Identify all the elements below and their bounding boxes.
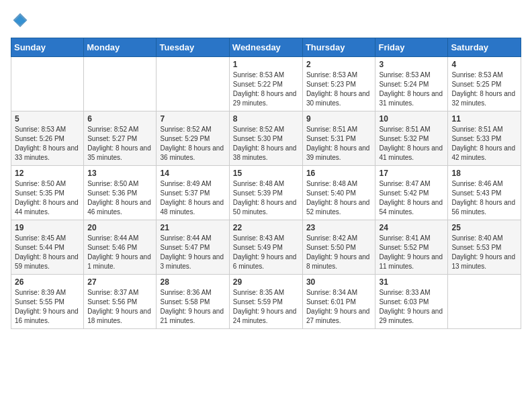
day-number: 19: [15, 223, 80, 232]
calendar-week-3: 12Sunrise: 8:50 AM Sunset: 5:35 PM Dayli…: [11, 166, 521, 220]
day-number: 6: [87, 114, 152, 124]
day-number: 21: [160, 223, 225, 232]
day-header-sunday: Sunday: [11, 38, 84, 57]
day-number: 2: [306, 60, 372, 69]
day-header-wednesday: Wednesday: [229, 38, 302, 57]
calendar-week-4: 19Sunrise: 8:45 AM Sunset: 5:44 PM Dayli…: [11, 220, 521, 275]
day-info: Sunrise: 8:36 AM Sunset: 5:58 PM Dayligh…: [160, 288, 225, 326]
day-info: Sunrise: 8:50 AM Sunset: 5:35 PM Dayligh…: [15, 179, 80, 217]
day-header-thursday: Thursday: [302, 38, 375, 57]
calendar-cell: 31Sunrise: 8:33 AM Sunset: 6:03 PM Dayli…: [375, 275, 448, 329]
day-number: 14: [160, 169, 225, 178]
calendar-cell: [84, 57, 157, 111]
day-info: Sunrise: 8:37 AM Sunset: 5:56 PM Dayligh…: [87, 288, 152, 326]
day-info: Sunrise: 8:45 AM Sunset: 5:44 PM Dayligh…: [15, 234, 80, 271]
calendar-cell: 5Sunrise: 8:53 AM Sunset: 5:26 PM Daylig…: [11, 111, 84, 166]
calendar-cell: 25Sunrise: 8:40 AM Sunset: 5:53 PM Dayli…: [448, 220, 521, 275]
day-info: Sunrise: 8:52 AM Sunset: 5:27 PM Dayligh…: [87, 125, 152, 163]
calendar-cell: 21Sunrise: 8:44 AM Sunset: 5:47 PM Dayli…: [157, 220, 229, 275]
calendar-cell: 8Sunrise: 8:52 AM Sunset: 5:30 PM Daylig…: [229, 111, 302, 166]
calendar-cell: 17Sunrise: 8:47 AM Sunset: 5:42 PM Dayli…: [375, 166, 448, 220]
day-number: 24: [379, 223, 444, 232]
day-info: Sunrise: 8:53 AM Sunset: 5:22 PM Dayligh…: [233, 71, 299, 108]
calendar-cell: 7Sunrise: 8:52 AM Sunset: 5:29 PM Daylig…: [157, 111, 229, 166]
day-info: Sunrise: 8:49 AM Sunset: 5:37 PM Dayligh…: [160, 179, 225, 217]
day-info: Sunrise: 8:46 AM Sunset: 5:43 PM Dayligh…: [451, 179, 517, 217]
day-number: 31: [379, 277, 444, 287]
calendar-cell: 24Sunrise: 8:41 AM Sunset: 5:52 PM Dayli…: [375, 220, 448, 275]
calendar-week-5: 26Sunrise: 8:39 AM Sunset: 5:55 PM Dayli…: [11, 275, 521, 329]
day-number: 25: [451, 223, 517, 232]
calendar-cell: 26Sunrise: 8:39 AM Sunset: 5:55 PM Dayli…: [11, 275, 84, 329]
calendar-cell: [11, 57, 84, 111]
calendar-week-2: 5Sunrise: 8:53 AM Sunset: 5:26 PM Daylig…: [11, 111, 521, 166]
day-number: 8: [233, 114, 299, 124]
day-info: Sunrise: 8:53 AM Sunset: 5:25 PM Dayligh…: [451, 71, 517, 108]
day-number: 16: [306, 169, 372, 178]
calendar-cell: 30Sunrise: 8:34 AM Sunset: 6:01 PM Dayli…: [302, 275, 375, 329]
day-header-friday: Friday: [375, 38, 448, 57]
day-info: Sunrise: 8:34 AM Sunset: 6:01 PM Dayligh…: [306, 288, 372, 326]
calendar-cell: 23Sunrise: 8:42 AM Sunset: 5:50 PM Dayli…: [302, 220, 375, 275]
day-info: Sunrise: 8:51 AM Sunset: 5:32 PM Dayligh…: [379, 125, 444, 163]
day-number: 1: [233, 60, 299, 69]
day-info: Sunrise: 8:51 AM Sunset: 5:33 PM Dayligh…: [451, 125, 517, 163]
day-info: Sunrise: 8:33 AM Sunset: 6:03 PM Dayligh…: [379, 288, 444, 326]
day-info: Sunrise: 8:43 AM Sunset: 5:49 PM Dayligh…: [233, 234, 299, 271]
day-info: Sunrise: 8:53 AM Sunset: 5:23 PM Dayligh…: [306, 71, 372, 108]
day-number: 4: [451, 60, 517, 69]
day-number: 15: [233, 169, 299, 178]
day-info: Sunrise: 8:52 AM Sunset: 5:29 PM Dayligh…: [160, 125, 225, 163]
calendar-cell: 27Sunrise: 8:37 AM Sunset: 5:56 PM Dayli…: [84, 275, 157, 329]
calendar-cell: 28Sunrise: 8:36 AM Sunset: 5:58 PM Dayli…: [157, 275, 229, 329]
day-info: Sunrise: 8:42 AM Sunset: 5:50 PM Dayligh…: [306, 234, 372, 271]
day-info: Sunrise: 8:48 AM Sunset: 5:40 PM Dayligh…: [306, 179, 372, 217]
page-header: [11, 11, 521, 30]
day-number: 7: [160, 114, 225, 124]
day-header-tuesday: Tuesday: [157, 38, 229, 57]
day-number: 30: [306, 277, 372, 287]
day-number: 29: [233, 277, 299, 287]
calendar-week-1: 1Sunrise: 8:53 AM Sunset: 5:22 PM Daylig…: [11, 57, 521, 111]
day-number: 9: [306, 114, 372, 124]
day-header-saturday: Saturday: [448, 38, 521, 57]
calendar-cell: 2Sunrise: 8:53 AM Sunset: 5:23 PM Daylig…: [302, 57, 375, 111]
day-number: 11: [451, 114, 517, 124]
day-header-monday: Monday: [84, 38, 157, 57]
day-number: 18: [451, 169, 517, 178]
calendar-cell: 19Sunrise: 8:45 AM Sunset: 5:44 PM Dayli…: [11, 220, 84, 275]
calendar-cell: 10Sunrise: 8:51 AM Sunset: 5:32 PM Dayli…: [375, 111, 448, 166]
calendar-cell: [448, 275, 521, 329]
day-number: 20: [87, 223, 152, 232]
calendar-cell: 1Sunrise: 8:53 AM Sunset: 5:22 PM Daylig…: [229, 57, 302, 111]
calendar-cell: 22Sunrise: 8:43 AM Sunset: 5:49 PM Dayli…: [229, 220, 302, 275]
calendar-cell: [157, 57, 229, 111]
day-number: 27: [87, 277, 152, 287]
calendar-cell: 16Sunrise: 8:48 AM Sunset: 5:40 PM Dayli…: [302, 166, 375, 220]
day-number: 10: [379, 114, 444, 124]
day-number: 12: [15, 169, 80, 178]
logo: [11, 11, 32, 30]
day-info: Sunrise: 8:52 AM Sunset: 5:30 PM Dayligh…: [233, 125, 299, 163]
logo-icon: [11, 11, 30, 30]
calendar-cell: 11Sunrise: 8:51 AM Sunset: 5:33 PM Dayli…: [448, 111, 521, 166]
day-number: 3: [379, 60, 444, 69]
calendar-cell: 20Sunrise: 8:44 AM Sunset: 5:46 PM Dayli…: [84, 220, 157, 275]
day-info: Sunrise: 8:40 AM Sunset: 5:53 PM Dayligh…: [451, 234, 517, 271]
day-number: 17: [379, 169, 444, 178]
calendar-table: SundayMondayTuesdayWednesdayThursdayFrid…: [11, 38, 521, 329]
day-info: Sunrise: 8:44 AM Sunset: 5:47 PM Dayligh…: [160, 234, 225, 271]
day-info: Sunrise: 8:39 AM Sunset: 5:55 PM Dayligh…: [15, 288, 80, 326]
calendar-cell: 6Sunrise: 8:52 AM Sunset: 5:27 PM Daylig…: [84, 111, 157, 166]
calendar-cell: 12Sunrise: 8:50 AM Sunset: 5:35 PM Dayli…: [11, 166, 84, 220]
day-info: Sunrise: 8:48 AM Sunset: 5:39 PM Dayligh…: [233, 179, 299, 217]
day-info: Sunrise: 8:47 AM Sunset: 5:42 PM Dayligh…: [379, 179, 444, 217]
day-info: Sunrise: 8:44 AM Sunset: 5:46 PM Dayligh…: [87, 234, 152, 271]
day-info: Sunrise: 8:51 AM Sunset: 5:31 PM Dayligh…: [306, 125, 372, 163]
day-info: Sunrise: 8:41 AM Sunset: 5:52 PM Dayligh…: [379, 234, 444, 271]
calendar-cell: 29Sunrise: 8:35 AM Sunset: 5:59 PM Dayli…: [229, 275, 302, 329]
calendar-cell: 4Sunrise: 8:53 AM Sunset: 5:25 PM Daylig…: [448, 57, 521, 111]
day-info: Sunrise: 8:53 AM Sunset: 5:26 PM Dayligh…: [15, 125, 80, 163]
day-info: Sunrise: 8:50 AM Sunset: 5:36 PM Dayligh…: [87, 179, 152, 217]
calendar-cell: 9Sunrise: 8:51 AM Sunset: 5:31 PM Daylig…: [302, 111, 375, 166]
